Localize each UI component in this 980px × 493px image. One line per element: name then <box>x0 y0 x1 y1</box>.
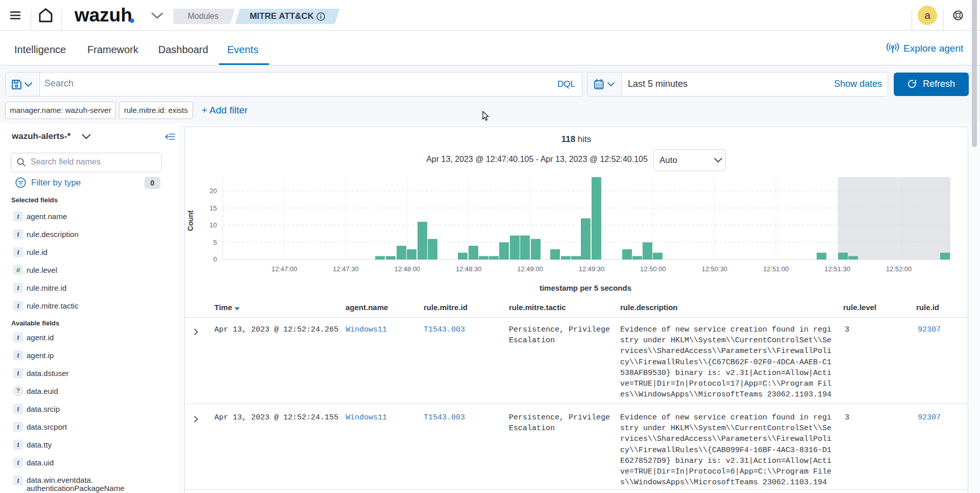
svg-text:12:48:30: 12:48:30 <box>456 265 482 273</box>
svg-text:12:51:00: 12:51:00 <box>763 265 789 273</box>
svg-text:Count: Count <box>186 210 194 231</box>
svg-text:5: 5 <box>213 239 217 246</box>
svg-text:12:52:00: 12:52:00 <box>886 265 912 273</box>
svg-text:15: 15 <box>210 204 217 212</box>
svg-text:12:49:00: 12:49:00 <box>517 265 543 273</box>
svg-text:12:47:30: 12:47:30 <box>333 265 359 273</box>
svg-text:12:48:00: 12:48:00 <box>394 265 420 273</box>
svg-text:12:49:30: 12:49:30 <box>579 265 605 273</box>
svg-text:0: 0 <box>213 255 217 263</box>
svg-text:12:47:00: 12:47:00 <box>272 265 298 273</box>
svg-text:20: 20 <box>210 187 217 195</box>
svg-text:10: 10 <box>210 221 217 229</box>
svg-text:12:51:30: 12:51:30 <box>824 265 850 273</box>
svg-text:12:50:30: 12:50:30 <box>701 265 727 273</box>
svg-text:12:50:00: 12:50:00 <box>640 265 666 273</box>
